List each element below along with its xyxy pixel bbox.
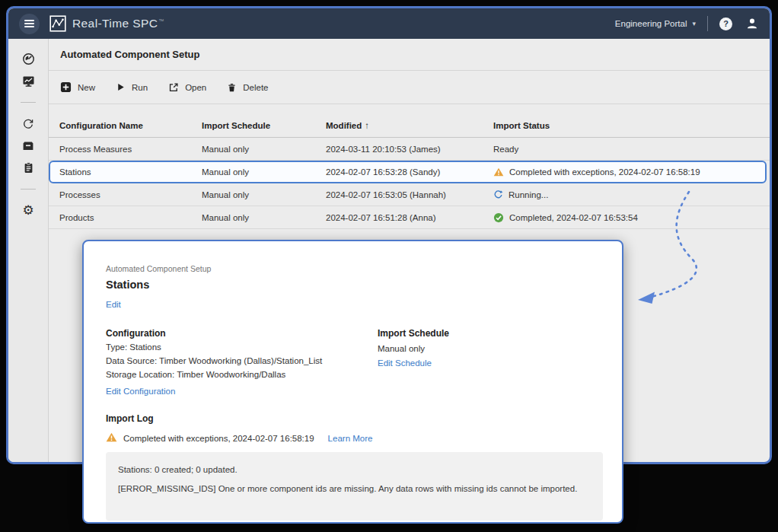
schedule-value: Manual only [378, 343, 449, 354]
top-navbar: Real-Time SPC™ Engineering Portal ▾ ? [8, 8, 770, 39]
configuration-heading: Configuration [106, 328, 378, 339]
column-header-import-status[interactable]: Import Status [493, 121, 759, 130]
cell-modified: 2024-03-11 20:10:53 (James) [326, 145, 493, 154]
cell-configuration-name: Process Measures [59, 145, 202, 154]
left-sidebar: ⚙ [8, 39, 49, 462]
navbar-divider [707, 16, 708, 31]
schedule-section: Import Schedule Manual only Edit Schedul… [378, 328, 449, 397]
chevron-down-icon: ▾ [692, 20, 696, 27]
log-line: Stations: 0 created; 0 updated. [118, 465, 591, 474]
configuration-storage-location: Storage Location: Timber Woodworking/Dal… [106, 369, 378, 380]
edit-configuration-link[interactable]: Edit Configuration [106, 387, 175, 396]
detail-panel: Automated Component Setup Stations Edit … [82, 240, 623, 524]
config-table: Configuration Name Import Schedule Modif… [49, 114, 770, 229]
help-icon[interactable]: ? [719, 18, 732, 30]
trademark: ™ [158, 18, 164, 24]
table-row[interactable]: Process Measures Manual only 2024-03-11 … [49, 138, 770, 161]
gauge-icon[interactable] [22, 53, 35, 65]
import-log-heading: Import Log [106, 413, 600, 424]
cell-modified: 2024-02-07 16:53:28 (Sandy) [326, 167, 493, 177]
panel-breadcrumb: Automated Component Setup [106, 264, 600, 273]
user-icon[interactable] [745, 17, 759, 30]
portal-label: Engineering Portal [615, 19, 687, 28]
cell-import-schedule: Manual only [202, 167, 326, 177]
cell-import-status: Completed with exceptions, 2024-02-07 16… [493, 167, 756, 177]
log-line: [ERROR_MISSING_IDS] One or more componen… [118, 484, 591, 493]
column-header-import-schedule[interactable]: Import Schedule [202, 121, 326, 130]
configuration-data-source: Data Source: Timber Woodworking (Dallas)… [106, 355, 378, 366]
sync-icon[interactable] [22, 117, 35, 130]
running-icon [493, 190, 503, 199]
run-button[interactable]: Run [116, 82, 148, 92]
clipboard-icon[interactable] [22, 161, 35, 174]
open-button[interactable]: Open [168, 82, 206, 93]
hamburger-menu-icon[interactable] [19, 14, 40, 34]
sort-ascending-icon: ↑ [365, 121, 369, 130]
panel-title: Stations [106, 279, 600, 291]
open-external-icon [168, 82, 179, 93]
import-log-output: Stations: 0 created; 0 updated. [ERROR_M… [106, 452, 603, 521]
learn-more-link[interactable]: Learn More [328, 434, 373, 443]
spc-chart-logo-icon [49, 15, 66, 32]
cell-configuration-name: Stations [59, 167, 202, 177]
cell-import-status: Completed, 2024-02-07 16:53:54 [493, 212, 759, 223]
cell-configuration-name: Processes [59, 190, 202, 199]
warning-icon [106, 432, 117, 444]
column-header-configuration-name[interactable]: Configuration Name [59, 121, 202, 130]
play-icon [116, 82, 126, 92]
cell-import-schedule: Manual only [202, 190, 326, 199]
configuration-type: Type: Stations [106, 342, 378, 352]
configuration-section: Configuration Type: Stations Data Source… [106, 328, 378, 397]
cell-configuration-name: Products [59, 213, 202, 222]
new-button[interactable]: New [60, 81, 95, 93]
warning-icon [493, 167, 504, 177]
trash-icon [227, 82, 237, 93]
sidebar-divider [21, 102, 36, 103]
sidebar-divider [21, 189, 36, 190]
cell-modified: 2024-02-07 16:53:05 (Hannah) [326, 190, 493, 199]
edit-schedule-link[interactable]: Edit Schedule [378, 358, 432, 368]
success-check-icon [493, 212, 504, 223]
toolbar: New Run Open Delete [49, 71, 770, 104]
archive-box-icon[interactable] [22, 139, 35, 152]
cell-import-status: Ready [493, 145, 759, 154]
page-title: Automated Component Setup [49, 39, 770, 71]
import-log-status-text: Completed with exceptions, 2024-02-07 16… [123, 434, 314, 443]
import-log-section: Import Log Completed with exceptions, 20… [106, 413, 600, 521]
table-row-selected[interactable]: Stations Manual only 2024-02-07 16:53:28… [49, 161, 767, 183]
delete-button[interactable]: Delete [227, 82, 268, 93]
table-header-row: Configuration Name Import Schedule Modif… [49, 114, 770, 138]
gear-icon[interactable]: ⚙ [22, 204, 35, 217]
plus-square-icon [60, 81, 72, 93]
schedule-heading: Import Schedule [378, 328, 449, 339]
cell-import-status: Running... [493, 190, 759, 199]
column-header-modified[interactable]: Modified↑ [326, 121, 493, 130]
app-title: Real-Time SPC™ [72, 17, 164, 30]
table-row[interactable]: Processes Manual only 2024-02-07 16:53:0… [49, 183, 770, 206]
cell-import-schedule: Manual only [202, 213, 326, 222]
monitor-chart-icon[interactable] [22, 75, 35, 88]
cell-modified: 2024-02-07 16:51:28 (Anna) [326, 213, 493, 222]
cell-import-schedule: Manual only [202, 145, 326, 154]
portal-selector[interactable]: Engineering Portal ▾ [615, 19, 696, 28]
edit-link[interactable]: Edit [106, 300, 121, 309]
table-row[interactable]: Products Manual only 2024-02-07 16:51:28… [49, 206, 770, 229]
